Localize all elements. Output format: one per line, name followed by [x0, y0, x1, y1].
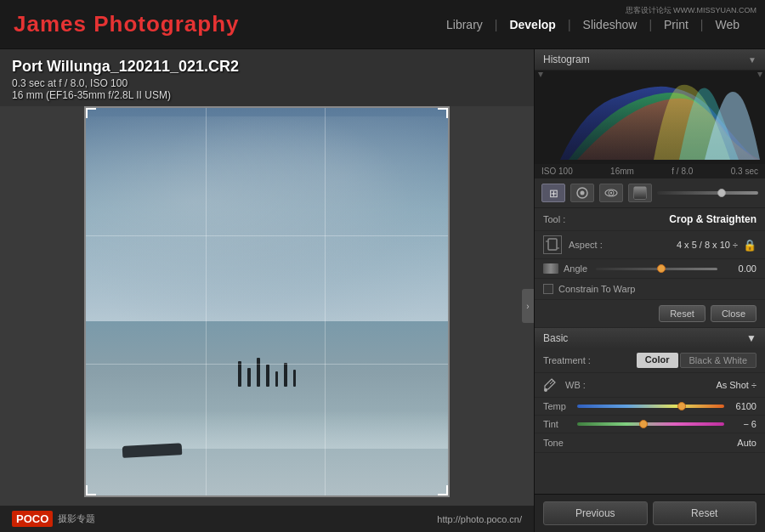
top-bar: James Photography Library | Develop | Sl…: [0, 0, 765, 49]
svg-line-13: [550, 381, 553, 384]
angle-value: 0.00: [726, 263, 756, 274]
hist-sec: 0.3 sec: [731, 167, 758, 176]
hist-iso: ISO 100: [541, 167, 573, 176]
photo-area: Port Willunga_120211_021.CR2 0.3 sec at …: [0, 49, 534, 532]
logo: James Photography: [14, 11, 240, 37]
nav-develop[interactable]: Develop: [497, 14, 567, 35]
spot-tool-button[interactable]: [570, 184, 594, 202]
tool-name-row: Tool : Crop & Straighten: [535, 208, 765, 231]
redeye-tool-button[interactable]: [599, 184, 623, 202]
crop-close-button[interactable]: Close: [711, 305, 756, 322]
tint-value: − 6: [729, 419, 756, 429]
expand-panel-button[interactable]: ›: [522, 289, 534, 323]
nav-slideshow[interactable]: Slideshow: [571, 14, 649, 35]
circle-icon: [575, 186, 589, 200]
crop-reset-button[interactable]: Reset: [659, 305, 706, 322]
reset-button[interactable]: Reset: [653, 501, 757, 525]
photo-meta2: 16 mm (EF16-35mm f/2.8L II USM): [12, 89, 522, 101]
aspect-value[interactable]: 4 x 5 / 8 x 10 ÷: [677, 240, 738, 250]
svg-rect-9: [634, 187, 646, 199]
tool-value: Crop & Straighten: [669, 213, 756, 225]
previous-button[interactable]: Previous: [543, 501, 648, 525]
clouds: [86, 116, 448, 330]
poco-url: http://photo.poco.cn/: [437, 514, 522, 524]
shore-foam: [86, 410, 448, 450]
svg-point-4: [581, 191, 585, 195]
tone-row: Tone Auto: [535, 433, 765, 453]
histogram-arrow: ▼: [748, 55, 756, 65]
logo-hotography: hotography: [110, 11, 240, 37]
poco-brand: POCO: [12, 511, 53, 527]
angle-row: Angle 0.00: [535, 259, 765, 279]
nav-print[interactable]: Print: [652, 14, 700, 35]
wb-row: WB : As Shot ÷: [535, 373, 765, 398]
brightness-slider[interactable]: [657, 191, 758, 195]
tool-label: Tool :: [543, 214, 565, 224]
treatment-buttons: Color Black & White: [637, 353, 756, 368]
treatment-bw-button[interactable]: Black & White: [680, 353, 756, 368]
bottom-bar: POCO 摄影专题 http://photo.poco.cn/: [0, 506, 534, 532]
angle-slider[interactable]: [596, 268, 717, 270]
nav: Library | Develop | Slideshow | Print | …: [434, 14, 751, 35]
crop-icon: [546, 238, 559, 252]
nav-library[interactable]: Library: [434, 14, 495, 35]
treatment-color-button[interactable]: Color: [637, 353, 678, 368]
histogram-header: Histogram ▼: [535, 49, 765, 71]
wb-value[interactable]: As Shot ÷: [716, 380, 756, 390]
hist-f: f / 8.0: [672, 167, 693, 176]
svg-point-7: [610, 192, 612, 194]
gradient-icon: [633, 186, 647, 200]
angle-icon: [543, 263, 558, 274]
crop-buttons-row: Reset Close: [535, 300, 765, 328]
temp-row: Temp 6100: [535, 398, 765, 416]
photo-meta1: 0.3 sec at f / 8.0, ISO 100: [12, 77, 522, 89]
hist-mm: 16mm: [610, 167, 634, 176]
histogram-labels: ISO 100 16mm f / 8.0 0.3 sec: [535, 164, 765, 178]
tint-slider[interactable]: [577, 422, 724, 426]
temp-value: 6100: [729, 401, 756, 411]
right-panel: Histogram ▼: [534, 49, 765, 532]
watermark: 思客设计论坛 WWW.MISSYUAN.COM: [626, 5, 757, 16]
tone-value[interactable]: Auto: [737, 438, 756, 448]
histogram-svg: [535, 71, 765, 164]
temp-slider[interactable]: [577, 405, 724, 408]
photo-info: Port Willunga_120211_021.CR2 0.3 sec at …: [0, 49, 534, 106]
svg-point-14: [544, 388, 547, 392]
photo-filename: Port Willunga_120211_021.CR2: [12, 58, 522, 76]
poco-category: 摄影专题: [58, 512, 95, 525]
nav-web[interactable]: Web: [703, 14, 751, 35]
crop-tool-button[interactable]: ⊞: [541, 184, 565, 202]
wb-label: WB :: [565, 380, 586, 390]
basic-title: Basic: [543, 332, 568, 344]
panel-footer: Previous Reset: [535, 494, 765, 532]
logo-p: P: [94, 11, 109, 37]
constrain-row: Constrain To Warp: [535, 279, 765, 300]
treatment-label: Treatment :: [543, 355, 591, 365]
treatment-row: Treatment : Color Black & White: [535, 348, 765, 373]
photo-frame: [84, 106, 450, 497]
tint-row: Tint − 6: [535, 416, 765, 433]
piers: [238, 358, 296, 387]
constrain-label: Constrain To Warp: [558, 284, 635, 294]
toolbar: ⊞: [535, 178, 765, 208]
eyedropper-svg: [543, 377, 557, 393]
basic-header: Basic ▼: [535, 328, 765, 348]
tint-label: Tint: [543, 419, 572, 429]
main: Port Willunga_120211_021.CR2 0.3 sec at …: [0, 49, 765, 532]
aspect-icon: [543, 235, 562, 254]
constrain-checkbox[interactable]: [543, 284, 553, 294]
tone-label: Tone: [543, 438, 564, 448]
svg-rect-10: [548, 239, 557, 250]
poco-logo: POCO 摄影专题: [12, 511, 95, 527]
sea: [86, 321, 448, 495]
histogram-title: Histogram: [543, 54, 590, 65]
logo-james: James: [14, 11, 94, 37]
aspect-row: Aspect : 4 x 5 / 8 x 10 ÷ 🔒: [535, 231, 765, 259]
temp-label: Temp: [543, 401, 572, 411]
lock-icon[interactable]: 🔒: [743, 239, 756, 252]
eye-icon: [604, 186, 618, 200]
gradient-tool-button[interactable]: [628, 184, 652, 202]
photo-canvas[interactable]: ›: [0, 106, 534, 506]
eyedropper-icon[interactable]: [543, 377, 558, 393]
histogram-section: Histogram ▼: [535, 49, 765, 178]
